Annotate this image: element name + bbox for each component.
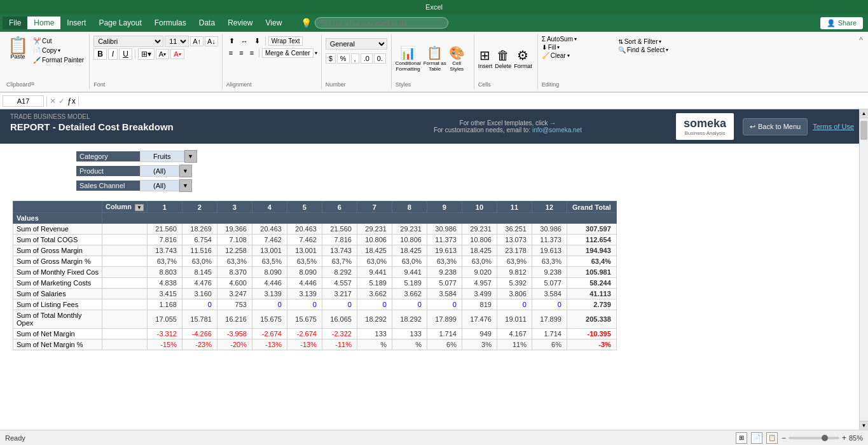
table-cell: 949 [462,329,497,339]
menu-item-insert[interactable]: Insert [60,17,92,29]
share-button[interactable]: 👤 Share [820,17,863,29]
align-center-button[interactable]: ≡ [237,48,245,58]
table-cell: -11% [322,339,357,350]
normal-view-button[interactable]: ⊞ [736,432,747,444]
align-bottom-button[interactable]: ⬇ [252,36,263,46]
find-select-button[interactable]: 🔍 Find & Select ▾ [618,46,668,53]
font-family-select[interactable]: Calibri [93,36,163,47]
autosum-button[interactable]: Σ AutoSum ▾ [542,36,610,43]
cell-reference-input[interactable]: A17 [3,95,44,107]
product-dropdown-button[interactable]: ▼ [179,165,192,177]
conditional-formatting-label[interactable]: ConditionalFormatting [396,60,421,72]
report-header: TRADE BUSINESS MODEL REPORT - Detailed C… [0,109,859,144]
format-table-label[interactable]: Format asTable [424,60,446,72]
fill-button[interactable]: ⬇ Fill ▾ [542,44,610,51]
table-cell: -3.958 [217,329,252,339]
excel-templates-link[interactable]: For other Excel templates, click → [460,120,556,127]
fill-color-button[interactable]: A▾ [156,49,169,59]
menu-item-data[interactable]: Data [193,17,221,29]
align-middle-button[interactable]: ↔ [238,36,251,46]
table-cell: 7.816 [147,235,182,245]
page-layout-view-button[interactable]: 📄 [751,432,762,444]
italic-button[interactable]: I [108,48,118,60]
ribbon-group-alignment: ⬆ ↔ ⬇ Wrap Text ≡ ≡ ≡ Merge & Center ▾ A… [223,34,322,89]
table-cell: -2.674 [252,329,287,339]
percent-button[interactable]: % [337,53,350,64]
table-cell: -3% [567,339,616,350]
formula-input[interactable] [81,95,865,107]
delete-label[interactable]: Delete [495,63,511,69]
scroll-down-arrow[interactable]: ▼ [860,421,868,430]
column-dropdown-button[interactable]: ▼ [135,204,144,211]
borders-button[interactable]: ⊞▾ [138,48,155,60]
menu-item-home[interactable]: Home [27,17,60,29]
font-decrease-button[interactable]: A↓ [205,36,218,46]
zoom-in-button[interactable]: + [842,434,846,442]
sigma-icon: Σ [542,36,546,43]
increase-decimal-button[interactable]: .0 [361,53,373,64]
bold-button[interactable]: B [93,48,107,60]
zoom-track[interactable] [789,437,839,439]
table-cell: 3.662 [357,289,392,299]
menu-item-review[interactable]: Review [221,17,259,29]
font-size-select[interactable]: 11 [165,36,189,47]
sales-channel-dropdown-button[interactable]: ▼ [179,179,192,192]
align-left-button[interactable]: ≡ [226,48,235,58]
zoom-out-button[interactable]: − [782,434,786,442]
table-cell: 63,0% [182,256,217,267]
number-format-select[interactable]: General [326,38,387,50]
format-painter-button[interactable]: 🖌️ Format Painter [32,56,85,64]
table-cell: 18.425 [392,245,427,256]
email-link[interactable]: info@someka.net [532,127,582,134]
comma-button[interactable]: , [351,53,359,64]
insert-function-button[interactable]: ƒx [67,97,76,106]
scrollbar-vertical[interactable]: ▲ ▼ [859,109,868,430]
menu-item-formulas[interactable]: Formulas [148,17,193,29]
paste-icon: 📋 [8,37,28,53]
category-dropdown-button[interactable]: ▼ [184,150,197,163]
table-cell: 205.338 [567,310,616,329]
cell-styles-label[interactable]: CellStyles [450,60,464,72]
merge-center-button[interactable]: Merge & Center [262,48,313,58]
page-break-view-button[interactable]: 📋 [766,432,778,444]
table-cell: 3.217 [322,289,357,299]
insert-label[interactable]: Insert [478,63,493,69]
sort-filter-button[interactable]: ⇅ Sort & Filter ▾ [618,38,668,45]
menu-item-pagelayout[interactable]: Page Layout [92,17,148,29]
col-header-4: 4 [252,202,287,213]
align-right-button[interactable]: ≡ [247,48,256,58]
menu-item-view[interactable]: View [259,17,289,29]
clear-button[interactable]: 🧹 Clear ▾ [542,52,610,59]
scroll-up-arrow[interactable]: ▲ [860,109,868,118]
report-subtitle: TRADE BUSINESS MODEL [10,113,333,120]
scroll-thumb[interactable] [860,121,867,140]
formula-separator [78,96,79,106]
font-increase-button[interactable]: A↑ [190,36,203,46]
paste-button[interactable]: 📋 Paste [6,36,29,61]
col-header-column[interactable]: Column ▼ [102,202,148,213]
currency-button[interactable]: $ [326,53,336,64]
cancel-formula-button[interactable]: ✕ [50,97,56,106]
format-label[interactable]: Format [514,63,532,69]
copy-button[interactable]: 📄 Copy ▾ [32,46,85,55]
table-cell: % [392,339,427,350]
table-cell: -20% [217,339,252,350]
underline-button[interactable]: U [119,48,132,60]
table-cell: 19.613 [532,245,567,256]
row-label: Sum of Net Margin [13,329,102,339]
decrease-decimal-button[interactable]: 0. [374,53,386,64]
tell-me-input[interactable] [315,17,448,29]
ribbon: 📋 Paste ✂️ Cut 📄 Copy ▾ 🖌️ For [0,32,868,93]
cut-button[interactable]: ✂️ Cut [32,37,85,45]
terms-of-use-link[interactable]: Terms of Use [813,123,854,130]
table-cell: 5.077 [427,278,462,289]
table-cell: 19.011 [497,310,532,329]
align-top-button[interactable]: ⬆ [226,36,237,46]
menu-item-file[interactable]: File [3,17,27,29]
back-to-menu-button[interactable]: ↩ Back to Menu [743,118,808,135]
table-cell: 5.077 [532,278,567,289]
confirm-formula-button[interactable]: ✓ [59,97,65,106]
wrap-text-button[interactable]: Wrap Text [268,36,303,46]
collapse-ribbon-button[interactable]: ^ [857,34,865,46]
font-color-button[interactable]: A▾ [170,49,184,59]
